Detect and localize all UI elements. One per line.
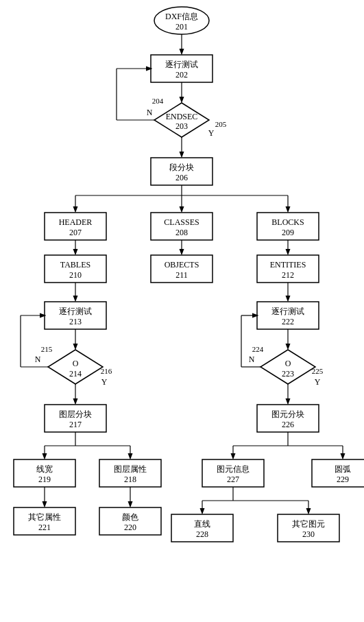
id-220: 220 <box>124 523 136 532</box>
label-225: 225 <box>312 367 324 375</box>
id-222: 222 <box>282 317 294 326</box>
id-229: 229 <box>337 475 349 484</box>
id-206: 206 <box>175 173 188 182</box>
id-230: 230 <box>302 529 315 539</box>
id-211: 211 <box>175 270 188 280</box>
label-N-203: N <box>147 108 153 117</box>
id-203: 203 <box>175 121 188 131</box>
flowchart: DXF信息 201 逐行测试 202 ENDSEC 203 N 204 Y 20… <box>0 0 364 622</box>
label-N-223: N <box>249 355 255 364</box>
id-208: 208 <box>175 228 188 237</box>
label-226: 图元分块 <box>271 409 304 419</box>
label-204: 204 <box>152 97 164 105</box>
label-229: 圆弧 <box>335 464 351 474</box>
label-202: 逐行测试 <box>165 60 198 69</box>
id-201: 201 <box>175 22 188 32</box>
label-215: 215 <box>41 345 53 353</box>
id-213: 213 <box>69 317 82 326</box>
label-210: TABLES <box>60 260 90 270</box>
id-207: 207 <box>69 228 82 237</box>
label-Y-203: Y <box>208 128 215 138</box>
label-205: 205 <box>215 120 227 128</box>
label-206: 段分块 <box>169 163 194 172</box>
label-211: OBJECTS <box>165 260 199 270</box>
id-228: 228 <box>196 529 208 539</box>
id-210: 210 <box>69 270 82 280</box>
label-219: 线宽 <box>36 464 53 474</box>
id-218: 218 <box>124 475 136 484</box>
id-221: 221 <box>38 523 51 532</box>
label-212: ENTITIES <box>270 260 306 270</box>
id-214: 214 <box>69 369 82 379</box>
id-226: 226 <box>282 420 294 429</box>
label-218: 图层属性 <box>114 464 147 474</box>
label-O-223: O <box>285 359 291 368</box>
id-227: 227 <box>227 475 239 484</box>
label-222: 逐行测试 <box>271 307 304 316</box>
label-220: 颜色 <box>122 512 138 522</box>
label-217: 图层分块 <box>59 409 92 419</box>
id-202: 202 <box>175 70 188 80</box>
label-Y-214: Y <box>101 377 108 387</box>
label-207: HEADER <box>59 217 93 227</box>
label-216: 216 <box>101 367 112 375</box>
id-209: 209 <box>282 228 294 237</box>
label-dxf: DXF信息 <box>165 12 198 21</box>
label-209: BLOCKS <box>271 217 304 227</box>
id-223: 223 <box>282 369 294 379</box>
label-221: 其它属性 <box>28 512 61 522</box>
label-228: 直线 <box>194 519 210 529</box>
label-230: 其它图元 <box>292 519 325 529</box>
label-224: 224 <box>252 345 264 353</box>
id-212: 212 <box>282 270 294 280</box>
id-217: 217 <box>69 420 82 429</box>
label-N-214: N <box>35 355 41 364</box>
label-203: ENDSEC <box>166 112 198 121</box>
label-227: 图元信息 <box>217 464 250 474</box>
label-208: CLASSES <box>164 217 199 227</box>
label-O-214: O <box>73 359 79 368</box>
label-213: 逐行测试 <box>59 307 92 316</box>
label-Y-223: Y <box>315 377 321 387</box>
id-219: 219 <box>38 475 51 484</box>
